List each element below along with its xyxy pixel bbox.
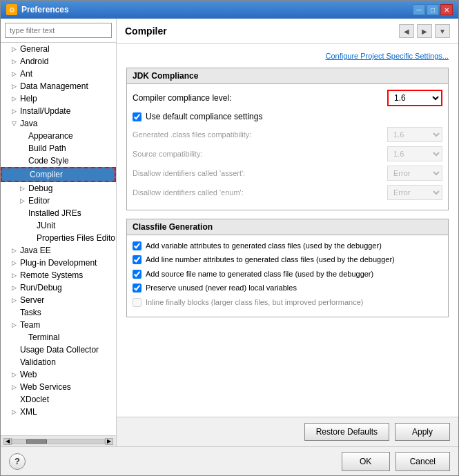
scrollbar-track[interactable] bbox=[12, 439, 105, 444]
source-label: Source compatibility: bbox=[133, 150, 382, 158]
classfile-option-2: Add source file name to generated class … bbox=[133, 269, 442, 279]
panel-nav: ◀ ▶ ▼ bbox=[399, 24, 450, 38]
sidebar-item-help[interactable]: ▷Help bbox=[1, 92, 116, 105]
source-compatibility-row: Source compatibility: 1.6 bbox=[133, 146, 442, 161]
generated-compatibility-row: Generated .class files compatibility: 1.… bbox=[133, 127, 442, 142]
minimize-button[interactable]: ─ bbox=[413, 4, 425, 15]
disallow-assert-label: Disallow identifiers called 'assert': bbox=[133, 169, 382, 177]
sidebar-item-junit[interactable]: JUnit bbox=[1, 219, 116, 232]
preferences-window: ⚙ Preferences ─ □ ✕ ▷General ▷Android ▷A… bbox=[0, 0, 459, 476]
sidebar-scrollbar: ◀ ▶ bbox=[1, 435, 116, 446]
tree: ▷General ▷Android ▷Ant ▷Data Management … bbox=[1, 43, 116, 435]
sidebar-item-install-update[interactable]: ▷Install/Update bbox=[1, 105, 116, 117]
title-bar-controls: ─ □ ✕ bbox=[413, 4, 453, 15]
bottom-left: ? bbox=[9, 453, 26, 470]
restore-defaults-button[interactable]: Restore Defaults bbox=[304, 423, 389, 441]
use-default-checkbox[interactable] bbox=[133, 112, 141, 121]
panel-footer: Restore Defaults Apply bbox=[117, 417, 458, 446]
classfile-option-4: Inline finally blocks (larger class file… bbox=[133, 297, 442, 308]
sidebar: ▷General ▷Android ▷Ant ▷Data Management … bbox=[1, 19, 117, 446]
sidebar-item-web[interactable]: ▷Web bbox=[1, 368, 116, 381]
disallow-assert-row: Disallow identifiers called 'assert': Er… bbox=[133, 166, 442, 181]
classfile-checkbox-2[interactable] bbox=[133, 270, 141, 279]
nav-dropdown-button[interactable]: ▼ bbox=[435, 24, 450, 38]
sidebar-item-terminal[interactable]: Terminal bbox=[1, 331, 116, 344]
title-bar: ⚙ Preferences ─ □ ✕ bbox=[1, 1, 458, 19]
disallow-enum-label: Disallow identifiers called 'enum': bbox=[133, 188, 382, 197]
sidebar-item-xml[interactable]: ▷XML bbox=[1, 406, 116, 418]
panel-content: Configure Project Specific Settings... J… bbox=[117, 44, 458, 417]
generated-label: Generated .class files compatibility: bbox=[133, 130, 382, 139]
jdk-compliance-title: JDK Compliance bbox=[127, 68, 448, 84]
classfile-checkbox-0[interactable] bbox=[133, 241, 141, 250]
title-bar-left: ⚙ Preferences bbox=[6, 4, 69, 15]
sidebar-item-appearance[interactable]: Appearance bbox=[1, 130, 116, 142]
sidebar-item-java-ee[interactable]: ▷Java EE bbox=[1, 244, 116, 257]
disallow-enum-select: Error Warning Ignore bbox=[387, 185, 442, 200]
classfile-option-3: Preserve unused (never read) local varia… bbox=[133, 283, 442, 293]
sidebar-item-java[interactable]: ▽Java bbox=[1, 117, 116, 130]
sidebar-item-installed-jres[interactable]: Installed JREs bbox=[1, 207, 116, 219]
bottom-right: OK Cancel bbox=[342, 452, 450, 471]
sidebar-item-code-style[interactable]: Code Style bbox=[1, 155, 116, 167]
compliance-level-label: Compiler compliance level: bbox=[133, 93, 387, 103]
filter-box bbox=[1, 19, 116, 43]
sidebar-item-xdoclet[interactable]: XDoclet bbox=[1, 393, 116, 406]
sidebar-item-validation[interactable]: Validation bbox=[1, 356, 116, 368]
ok-button[interactable]: OK bbox=[342, 452, 390, 471]
nav-forward-button[interactable]: ▶ bbox=[417, 24, 432, 38]
panel-title: Compiler bbox=[125, 26, 167, 37]
cancel-button[interactable]: Cancel bbox=[395, 452, 450, 471]
sidebar-item-editor[interactable]: ▷Editor bbox=[1, 195, 116, 207]
filter-input[interactable] bbox=[5, 23, 112, 38]
sidebar-item-properties-files-editor[interactable]: Properties Files Edito bbox=[1, 232, 116, 244]
disallow-assert-select: Error Warning Ignore bbox=[387, 166, 442, 181]
nav-back-button[interactable]: ◀ bbox=[399, 24, 414, 38]
classfile-checkbox-1[interactable] bbox=[133, 255, 141, 264]
jdk-compliance-section: JDK Compliance Compiler compliance level… bbox=[126, 68, 449, 210]
apply-button[interactable]: Apply bbox=[395, 423, 450, 441]
configure-link[interactable]: Configure Project Specific Settings... bbox=[325, 52, 449, 60]
classfile-generation-body: Add variable attributes to generated cla… bbox=[127, 235, 448, 317]
classfile-checkbox-4 bbox=[133, 298, 141, 307]
jdk-compliance-body: Compiler compliance level: 1.6 1.5 1.4 1… bbox=[127, 84, 448, 210]
source-select: 1.6 bbox=[387, 146, 442, 161]
classfile-checkbox-3[interactable] bbox=[133, 284, 141, 292]
bottom-bar: ? OK Cancel bbox=[1, 446, 458, 475]
sidebar-item-server[interactable]: ▷Server bbox=[1, 294, 116, 306]
sidebar-item-ant[interactable]: ▷Ant bbox=[1, 68, 116, 80]
maximize-button[interactable]: □ bbox=[427, 4, 439, 15]
compliance-level-row: Compiler compliance level: 1.6 1.5 1.4 1… bbox=[133, 90, 442, 106]
close-button[interactable]: ✕ bbox=[440, 4, 453, 15]
sidebar-item-usage-data-collector[interactable]: Usage Data Collector bbox=[1, 344, 116, 356]
window-icon: ⚙ bbox=[6, 4, 17, 15]
sidebar-item-tasks[interactable]: Tasks bbox=[1, 306, 116, 319]
sidebar-item-android[interactable]: ▷Android bbox=[1, 55, 116, 68]
sidebar-item-data-management[interactable]: ▷Data Management bbox=[1, 80, 116, 92]
panel-header: Compiler ◀ ▶ ▼ bbox=[117, 19, 458, 44]
window-title: Preferences bbox=[21, 5, 69, 14]
default-compliance-row: Use default compliance settings bbox=[133, 112, 442, 121]
sidebar-item-remote-systems[interactable]: ▷Remote Systems bbox=[1, 269, 116, 281]
generated-select: 1.6 bbox=[387, 127, 442, 142]
sidebar-item-build-path[interactable]: Build Path bbox=[1, 142, 116, 155]
classfile-generation-title: Classfile Generation bbox=[127, 219, 448, 235]
use-default-label[interactable]: Use default compliance settings bbox=[133, 112, 442, 121]
classfile-generation-section: Classfile Generation Add variable attrib… bbox=[126, 219, 449, 317]
scroll-left-arrow[interactable]: ◀ bbox=[3, 438, 12, 445]
help-button[interactable]: ? bbox=[9, 453, 26, 470]
sidebar-item-compiler[interactable]: Compiler bbox=[1, 167, 116, 182]
classfile-option-0: Add variable attributes to generated cla… bbox=[133, 241, 442, 251]
sidebar-item-debug[interactable]: ▷Debug bbox=[1, 182, 116, 195]
sidebar-item-run-debug[interactable]: ▷Run/Debug bbox=[1, 281, 116, 294]
sidebar-item-plug-in-development[interactable]: ▷Plug-in Development bbox=[1, 257, 116, 269]
compliance-level-select[interactable]: 1.6 1.5 1.4 1.7 bbox=[387, 90, 442, 106]
sidebar-item-general[interactable]: ▷General bbox=[1, 43, 116, 55]
classfile-option-1: Add line number attributes to generated … bbox=[133, 255, 442, 265]
scrollbar-thumb bbox=[26, 439, 47, 444]
sidebar-item-team[interactable]: ▷Team bbox=[1, 319, 116, 331]
main-panel: Compiler ◀ ▶ ▼ Configure Project Specifi… bbox=[117, 19, 458, 446]
configure-link-container: Configure Project Specific Settings... bbox=[126, 51, 449, 61]
sidebar-item-web-services[interactable]: ▷Web Services bbox=[1, 381, 116, 393]
scroll-right-arrow[interactable]: ▶ bbox=[105, 438, 113, 445]
